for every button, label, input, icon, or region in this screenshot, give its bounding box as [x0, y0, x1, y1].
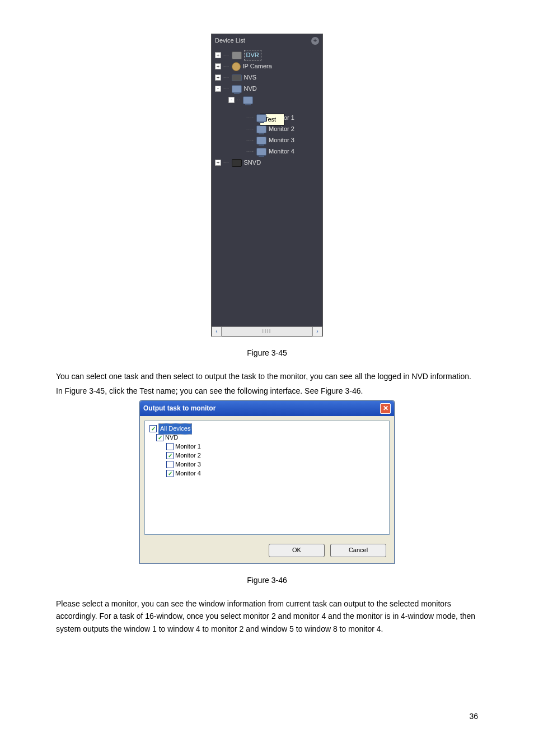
- tree-connector-icon: ····: [246, 136, 254, 144]
- tree-item-dvr[interactable]: DVR: [244, 50, 261, 61]
- dialog-footer: OK Cancel: [140, 539, 394, 563]
- paragraph: You can select one task and then select …: [56, 370, 478, 382]
- checkbox-monitor1[interactable]: [166, 443, 174, 450]
- scroll-track[interactable]: ||||: [222, 328, 312, 335]
- expand-icon[interactable]: +: [215, 63, 221, 69]
- collapse-icon[interactable]: -: [215, 86, 221, 92]
- expand-icon[interactable]: +: [215, 160, 221, 166]
- add-device-icon[interactable]: +: [311, 37, 319, 45]
- device-list-title: Device List: [215, 36, 245, 46]
- label-monitor4[interactable]: Monitor 4: [175, 469, 201, 479]
- tree-connector-icon: ···: [223, 158, 229, 166]
- tree-connector-icon: ···: [223, 51, 229, 59]
- checkbox-monitor4[interactable]: [166, 470, 174, 477]
- checkbox-monitor2[interactable]: [166, 452, 174, 459]
- device-list-panel: Device List + + ··· DVR + ··· IP Camera …: [211, 34, 323, 337]
- figure-caption-45: Figure 3-45: [56, 347, 478, 359]
- tree-connector-icon: ··: [237, 96, 241, 104]
- nvd-icon: [232, 85, 242, 93]
- monitor-icon: [256, 125, 266, 133]
- label-monitor1[interactable]: Monitor 1: [175, 442, 201, 452]
- scroll-left-icon[interactable]: ‹: [212, 326, 222, 337]
- tree-connector-icon: ···: [223, 62, 229, 70]
- monitor-icon: [243, 96, 253, 104]
- tree-connector-icon: ····: [246, 114, 254, 122]
- nvs-icon: [232, 74, 242, 81]
- cancel-button[interactable]: Cancel: [330, 544, 386, 557]
- output-task-dialog: Output task to monitor ✕ All Devices NVD…: [139, 400, 395, 564]
- horizontal-scrollbar[interactable]: ‹ |||| ›: [212, 326, 322, 336]
- monitor-icon: [256, 114, 266, 122]
- monitor-icon: [256, 137, 266, 144]
- checkbox-nvd[interactable]: [156, 434, 163, 441]
- paragraph: Please select a monitor, you can see the…: [56, 598, 478, 635]
- expand-icon[interactable]: +: [215, 52, 221, 58]
- camera-icon: [232, 62, 241, 71]
- monitor-icon: [256, 148, 266, 156]
- checkbox-monitor3[interactable]: [166, 461, 174, 468]
- tree-connector-icon: ····: [246, 125, 254, 133]
- dialog-title-bar[interactable]: Output task to monitor ✕: [140, 401, 394, 416]
- page-number: 36: [469, 710, 478, 722]
- tree-item-ipcamera[interactable]: IP Camera: [243, 62, 272, 72]
- label-monitor3[interactable]: Monitor 3: [175, 460, 201, 470]
- label-nvd[interactable]: NVD: [165, 433, 178, 443]
- tree-item-monitor2[interactable]: Monitor 2: [269, 124, 294, 134]
- dialog-title: Output task to monitor: [143, 403, 216, 414]
- expand-icon[interactable]: +: [215, 74, 221, 81]
- close-icon[interactable]: ✕: [380, 403, 391, 414]
- dvr-icon: [232, 52, 242, 59]
- label-monitor2[interactable]: Monitor 2: [175, 451, 201, 461]
- snvd-icon: [232, 159, 242, 167]
- tree-item-monitor3[interactable]: Monitor 3: [269, 136, 294, 146]
- tree-item-monitor4[interactable]: Monitor 4: [269, 147, 294, 157]
- tree-connector-icon: ····: [246, 147, 254, 155]
- checkbox-all-devices[interactable]: [149, 425, 157, 432]
- tree-item-nvs[interactable]: NVS: [244, 73, 257, 83]
- dialog-body: All Devices NVD Monitor 1 Monitor 2 Moni…: [144, 421, 390, 535]
- device-tree[interactable]: + ··· DVR + ··· IP Camera + ··· NVS - ··…: [212, 48, 322, 326]
- paragraph: In Figure 3-45, click the Test name; you…: [56, 385, 478, 397]
- ok-button[interactable]: OK: [269, 544, 325, 557]
- tree-item-nvd[interactable]: NVD: [244, 84, 257, 94]
- tree-item-snvd[interactable]: SNVD: [244, 158, 261, 168]
- figure-caption-46: Figure 3-46: [56, 574, 478, 586]
- tree-connector-icon: ···: [223, 73, 229, 81]
- tree-connector-icon: ···: [223, 85, 229, 92]
- scroll-right-icon[interactable]: ›: [312, 326, 322, 337]
- device-list-title-bar: Device List +: [212, 34, 322, 48]
- collapse-icon[interactable]: -: [228, 97, 235, 103]
